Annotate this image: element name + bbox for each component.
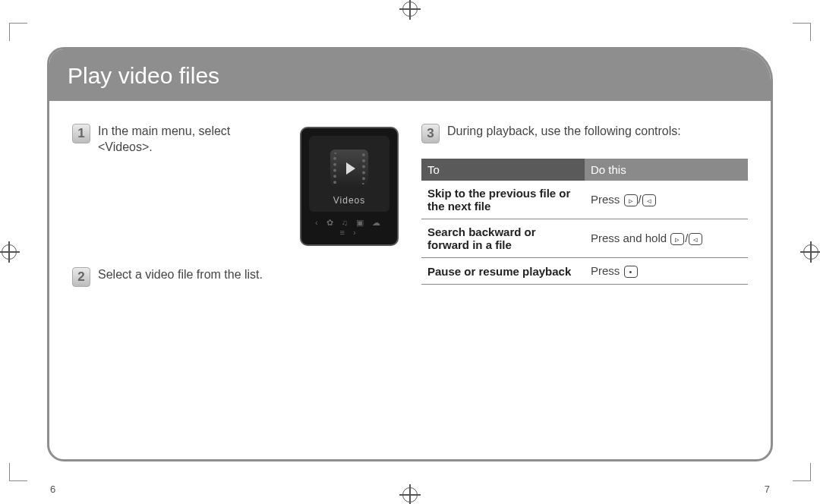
hardware-button-icon: • [624, 266, 638, 278]
step-1: 1 In the main menu, select <Videos>. [72, 124, 286, 156]
page-number-left: 6 [50, 484, 55, 495]
crop-mark [793, 463, 811, 481]
registration-mark-icon [803, 244, 818, 260]
device-illustration: Videos ‹ ✿ ♫ ▣ ☁ ≡ › [300, 127, 399, 246]
hardware-button-icon: ◃ [689, 233, 702, 245]
table-row: Pause or resume playbackPress • [421, 258, 748, 285]
step-number-badge: 3 [421, 124, 440, 143]
page-number-right: 7 [765, 484, 770, 495]
device-nav-icons: ‹ ✿ ♫ ▣ ☁ ≡ › [309, 218, 390, 237]
table-row: Search backward or forward in a filePres… [421, 219, 748, 258]
step-3: 3 During playback, use the following con… [421, 124, 748, 143]
control-method: Press and hold ▹/◃ [585, 219, 748, 258]
hardware-button-icon: ▹ [670, 233, 684, 245]
crop-mark [793, 23, 811, 41]
manual-page-card: Play video files 1 In the main menu, sel… [47, 47, 773, 461]
hardware-button-icon: ▹ [624, 194, 638, 206]
registration-mark-icon [402, 487, 418, 502]
play-icon [346, 162, 355, 175]
step-number-badge: 2 [72, 267, 90, 287]
control-method: Press ▹/◃ [585, 181, 748, 219]
registration-mark-icon [2, 244, 17, 260]
page-title: Play video files [49, 49, 771, 101]
control-action: Search backward or forward in a file [421, 219, 585, 258]
crop-mark [9, 463, 27, 481]
table-header-to: To [421, 159, 585, 181]
video-app-icon [330, 150, 368, 187]
control-action: Skip to the previous file or the next fi… [421, 181, 585, 219]
step-text: Select a video file from the list. [98, 267, 263, 283]
left-column: 1 In the main menu, select <Videos>. Vid… [72, 124, 399, 302]
table-row: Skip to the previous file or the next fi… [421, 181, 748, 219]
step-2: 2 Select a video file from the list. [72, 267, 399, 287]
control-action: Pause or resume playback [421, 258, 585, 285]
step-text: During playback, use the following contr… [447, 124, 681, 140]
crop-mark [9, 23, 27, 41]
right-column: 3 During playback, use the following con… [421, 124, 748, 302]
control-method: Press • [585, 258, 748, 285]
hardware-button-icon: ◃ [642, 194, 656, 206]
registration-mark-icon [402, 2, 418, 17]
device-app-label: Videos [309, 195, 390, 206]
step-number-badge: 1 [72, 124, 90, 143]
step-text: In the main menu, select <Videos>. [98, 124, 286, 156]
table-header-do-this: Do this [585, 159, 748, 181]
controls-table: To Do this Skip to the previous file or … [421, 159, 748, 285]
device-screen: Videos [309, 136, 390, 212]
